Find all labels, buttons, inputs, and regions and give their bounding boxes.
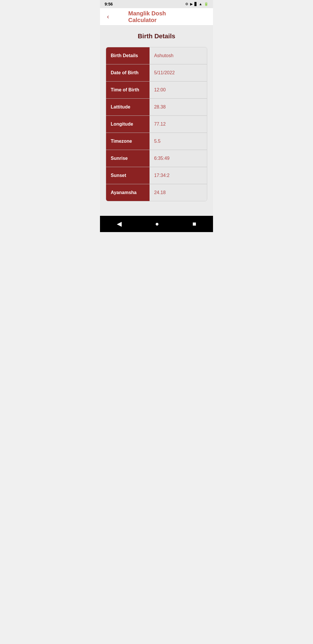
table-row: Date of Birth5/11/2022 — [106, 64, 207, 82]
wifi-icon: ▲ — [199, 2, 202, 6]
status-time: 9:56 — [105, 2, 113, 6]
nav-bar: ◀ ● ■ — [100, 216, 213, 232]
row-label: Longitude — [106, 116, 150, 133]
back-button[interactable]: ‹ — [105, 11, 111, 23]
row-label: Birth Details — [106, 47, 150, 64]
row-value: 12:00 — [150, 82, 207, 98]
table-row: Birth DetailsAshutosh — [106, 47, 207, 64]
row-value: 6:35:49 — [150, 150, 207, 167]
settings-icon: ⚙ — [185, 2, 188, 6]
row-label: Sunset — [106, 167, 150, 184]
row-label: Ayanamsha — [106, 184, 150, 201]
row-value: 28.38 — [150, 99, 207, 115]
row-label: Timezone — [106, 133, 150, 150]
battery-icon: 🔋 — [204, 2, 208, 6]
table-row: Longitude77.12 — [106, 116, 207, 133]
row-value: Ashutosh — [150, 47, 207, 64]
row-label: Time of Birth — [106, 82, 150, 98]
app-bar: ‹ Manglik Dosh Calculator — [100, 8, 213, 26]
nav-back-button[interactable]: ◀ — [110, 218, 129, 230]
row-label: Sunrise — [106, 150, 150, 167]
play-icon: ▶ — [190, 2, 193, 6]
signal-icon: ▊ — [194, 2, 197, 6]
app-title: Manglik Dosh Calculator — [128, 10, 185, 23]
row-label: Lattitude — [106, 99, 150, 115]
table-row: Sunset17:34:2 — [106, 167, 207, 184]
data-table: Birth DetailsAshutoshDate of Birth5/11/2… — [106, 47, 207, 201]
row-value: 77.12 — [150, 116, 207, 133]
section-title: Birth Details — [106, 32, 207, 40]
status-icons: ⚙ ▶ ▊ ▲ 🔋 — [185, 2, 208, 6]
main-content: Birth Details Birth DetailsAshutoshDate … — [100, 26, 213, 216]
table-row: Time of Birth12:00 — [106, 82, 207, 99]
row-value: 24.18 — [150, 184, 207, 201]
back-icon: ‹ — [107, 13, 109, 21]
row-value: 5/11/2022 — [150, 64, 207, 81]
row-label: Date of Birth — [106, 64, 150, 81]
row-value: 5.5 — [150, 133, 207, 150]
status-bar: 9:56 ⚙ ▶ ▊ ▲ 🔋 — [100, 0, 213, 8]
table-row: Sunrise6:35:49 — [106, 150, 207, 167]
table-row: Lattitude28.38 — [106, 99, 207, 116]
table-row: Ayanamsha24.18 — [106, 184, 207, 201]
table-row: Timezone5.5 — [106, 133, 207, 150]
nav-home-button[interactable]: ● — [148, 218, 166, 230]
nav-recents-button[interactable]: ■ — [185, 218, 203, 230]
row-value: 17:34:2 — [150, 167, 207, 184]
